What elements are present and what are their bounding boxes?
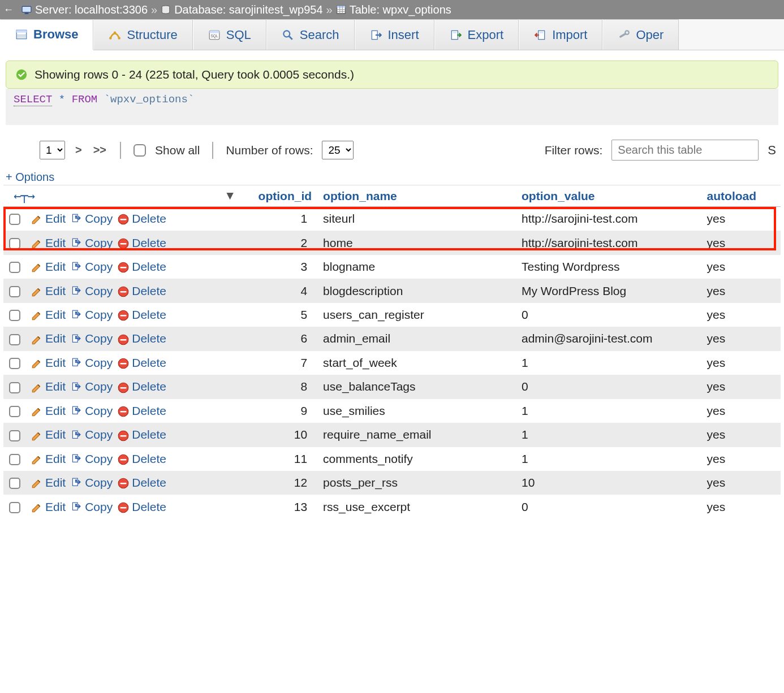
tab-export[interactable]: Export <box>434 19 519 50</box>
row-checkbox[interactable] <box>9 262 20 273</box>
delete-link[interactable]: Delete <box>132 260 166 274</box>
copy-link[interactable]: Copy <box>85 236 113 250</box>
breadcrumb-database[interactable]: Database: sarojinitest_wp954 <box>174 3 322 16</box>
th-option-name[interactable]: option_name <box>317 185 516 207</box>
rows-per-page-select[interactable]: 25 <box>322 141 354 159</box>
copy-icon <box>70 332 83 345</box>
edit-link[interactable]: Edit <box>45 236 66 250</box>
row-checkbox[interactable] <box>9 358 20 369</box>
column-move-arrows[interactable]: ←┬→ <box>9 189 35 203</box>
edit-link[interactable]: Edit <box>45 380 66 393</box>
sql-identifier: `wpxv_options` <box>104 93 195 106</box>
cell-option-id: 11 <box>242 447 317 471</box>
copy-icon <box>70 284 83 297</box>
edit-link[interactable]: Edit <box>45 308 66 322</box>
copy-link[interactable]: Copy <box>85 428 113 441</box>
delete-link[interactable]: Delete <box>132 236 166 250</box>
copy-link[interactable]: Copy <box>85 284 113 298</box>
page-select[interactable]: 1 <box>40 141 65 159</box>
delete-link[interactable]: Delete <box>132 284 166 298</box>
row-checkbox[interactable] <box>9 238 20 249</box>
breadcrumb-server[interactable]: Server: localhost:3306 <box>35 3 148 16</box>
row-checkbox[interactable] <box>9 214 20 225</box>
edit-icon <box>31 428 43 441</box>
delete-link[interactable]: Delete <box>132 356 166 370</box>
svg-rect-0 <box>22 6 31 12</box>
th-option-value[interactable]: option_value <box>516 185 701 207</box>
edit-link[interactable]: Edit <box>45 212 66 226</box>
delete-link[interactable]: Delete <box>132 404 166 418</box>
copy-link[interactable]: Copy <box>85 380 113 393</box>
svg-rect-25 <box>540 32 544 33</box>
row-checkbox[interactable] <box>9 382 20 393</box>
delete-link[interactable]: Delete <box>132 332 166 345</box>
edit-link[interactable]: Edit <box>45 452 66 466</box>
tab-insert[interactable]: Insert <box>355 19 434 50</box>
copy-link[interactable]: Copy <box>85 212 113 226</box>
delete-link[interactable]: Delete <box>132 476 166 490</box>
copy-icon <box>70 356 83 370</box>
tab-import[interactable]: Import <box>519 19 602 50</box>
row-checkbox[interactable] <box>9 454 20 465</box>
copy-link[interactable]: Copy <box>85 476 113 490</box>
edit-link[interactable]: Edit <box>45 260 66 274</box>
edit-link[interactable]: Edit <box>45 500 66 514</box>
column-sort-dropdown-icon[interactable]: ▼ <box>224 189 236 202</box>
last-page-button[interactable]: >> <box>92 144 107 157</box>
edit-link[interactable]: Edit <box>45 332 66 345</box>
tab-oper[interactable]: Oper <box>602 19 679 50</box>
delete-link[interactable]: Delete <box>132 500 166 514</box>
delete-link[interactable]: Delete <box>132 452 166 466</box>
edit-link[interactable]: Edit <box>45 404 66 418</box>
delete-link[interactable]: Delete <box>132 380 166 393</box>
tab-label: Structure <box>127 28 177 42</box>
cell-option-value: http://sarojini-test.com <box>516 207 701 231</box>
copy-link[interactable]: Copy <box>85 356 113 370</box>
edit-link[interactable]: Edit <box>45 428 66 441</box>
edit-icon <box>31 260 43 274</box>
cell-autoload: yes <box>701 375 781 399</box>
delete-icon <box>117 260 130 274</box>
tab-structure[interactable]: Structure <box>93 19 192 50</box>
tab-browse[interactable]: Browse <box>0 19 93 50</box>
row-checkbox[interactable] <box>9 310 20 321</box>
back-arrow-icon[interactable]: ← <box>2 4 18 16</box>
copy-link[interactable]: Copy <box>85 452 113 466</box>
svg-rect-42 <box>75 288 77 289</box>
breadcrumb-table[interactable]: Table: wpxv_options <box>350 3 451 16</box>
row-checkbox[interactable] <box>9 478 20 489</box>
copy-link[interactable]: Copy <box>85 404 113 418</box>
browse-icon <box>15 28 28 41</box>
delete-link[interactable]: Delete <box>132 428 166 441</box>
row-checkbox[interactable] <box>9 406 20 417</box>
copy-link[interactable]: Copy <box>85 332 113 345</box>
edit-link[interactable]: Edit <box>45 356 66 370</box>
show-all-checkbox[interactable] <box>133 144 146 157</box>
tab-sql[interactable]: SQLSQL <box>193 19 266 50</box>
delete-link[interactable]: Delete <box>132 308 166 322</box>
table-row: Edit Copy Delete5users_can_register0yes <box>3 303 781 327</box>
svg-rect-23 <box>453 32 456 33</box>
next-page-button[interactable]: > <box>74 144 83 157</box>
copy-link[interactable]: Copy <box>85 308 113 322</box>
tab-label: Browse <box>33 27 78 42</box>
th-option-id[interactable]: option_id <box>242 185 317 207</box>
table-row: Edit Copy Delete4blogdescriptionMy WordP… <box>3 279 781 302</box>
filter-input[interactable] <box>611 140 759 161</box>
row-checkbox[interactable] <box>9 334 20 345</box>
edit-link[interactable]: Edit <box>45 476 66 490</box>
search-icon <box>282 29 294 41</box>
copy-link[interactable]: Copy <box>85 500 113 514</box>
options-toggle[interactable]: + Options <box>3 166 781 185</box>
delete-link[interactable]: Delete <box>132 212 166 226</box>
row-checkbox[interactable] <box>9 502 20 513</box>
th-autoload[interactable]: autoload <box>701 185 781 207</box>
results-table: ←┬→ ▼ option_id option_name option_value… <box>3 185 781 519</box>
row-checkbox[interactable] <box>9 430 20 441</box>
tab-search[interactable]: Search <box>266 19 355 50</box>
copy-link[interactable]: Copy <box>85 260 113 274</box>
svg-rect-34 <box>75 240 77 241</box>
cell-option-name: posts_per_rss <box>317 471 516 495</box>
row-checkbox[interactable] <box>9 286 20 297</box>
edit-link[interactable]: Edit <box>45 284 66 298</box>
